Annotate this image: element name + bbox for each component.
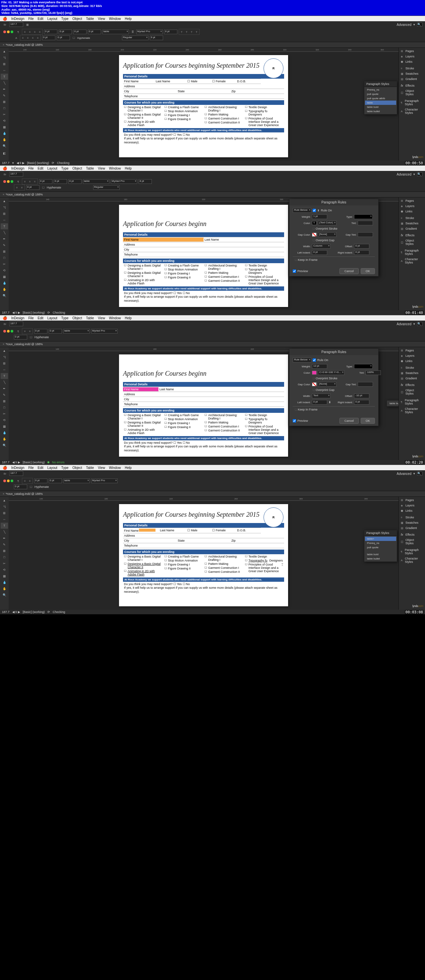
rule-position-select[interactable]: Rule Below (293, 208, 311, 213)
weight-input[interactable]: 1 pt (312, 215, 327, 219)
mac-menubar: 🍎 InDesign File Edit Layout Type Object … (0, 16, 425, 21)
line-tool[interactable]: ╲ (1, 80, 8, 86)
menu-view[interactable]: View (98, 17, 105, 21)
menu-type[interactable]: Type (61, 17, 69, 21)
font-size[interactable]: 8 pt (164, 30, 178, 34)
leading[interactable]: 9 pt (150, 35, 163, 40)
space-before[interactable]: 0 pt (73, 30, 87, 34)
menu-object[interactable]: Object (73, 17, 82, 21)
zoom-field[interactable]: 187.7 (9, 22, 23, 27)
toolbox: ▲ ◹ ⊞ ↔ T ╲ ✒ ✎ ⊠ □ ✂ ⟲ ▦ 💧 ✋ 🔍 ◧ (0, 48, 9, 161)
rect-frame-tool[interactable]: ⊠ (1, 99, 8, 105)
transform-tool[interactable]: ⟲ (1, 118, 8, 124)
pen-tool[interactable]: ✒ (1, 86, 8, 92)
preview-check[interactable]: Preview (293, 268, 308, 274)
paragraph-styles-panel[interactable]: Paragraph Styles table+ Prereq_ns pull q… (364, 530, 397, 562)
menu-edit[interactable]: Edit (38, 17, 43, 21)
maximize-icon[interactable] (11, 30, 13, 33)
zoom-tool[interactable]: 🔍 (1, 143, 8, 149)
menu-window[interactable]: Window (109, 17, 121, 21)
minimize-icon[interactable] (7, 30, 10, 33)
hyphenate-check[interactable]: Hyphenate (77, 37, 90, 40)
panel-pages[interactable]: ⊞Pages (400, 48, 424, 54)
para-style-select[interactable]: table (102, 30, 129, 34)
font-select[interactable]: Myriad Pro (136, 30, 163, 34)
panel-tab-parastyles[interactable]: Paragraph Styles (364, 81, 397, 87)
gap-swatch[interactable] (312, 233, 317, 237)
color-swatch[interactable] (312, 221, 317, 225)
left-indent-input[interactable]: 0 pt (312, 250, 327, 255)
ok-button[interactable]: OK (361, 268, 375, 274)
panel-links[interactable]: ⬢Links (400, 59, 424, 64)
window-controls (2, 30, 14, 34)
ok-button[interactable]: OK (361, 418, 375, 424)
right-dock: ⊞Pages ◈Layers ⬢Links ≡Stroke ▦Swatches … (398, 48, 425, 161)
rule-on-check[interactable]: ⬆Rule On (312, 209, 332, 212)
workspace-dropdown-icon[interactable]: ▾ (413, 23, 415, 26)
workspace-bar: Br 187.7 ▦ Advanced ▾ 🔍 (0, 21, 425, 28)
page-tool[interactable]: ⊞ (1, 61, 8, 67)
style-item[interactable]: table bold (365, 105, 396, 109)
font-style-select[interactable]: Regular (122, 35, 149, 40)
hand-tool[interactable]: ✋ (1, 137, 8, 143)
style-item[interactable]: Prereq_ns (365, 88, 396, 92)
workspace-label[interactable]: Advanced (397, 23, 411, 27)
offset-input[interactable]: 0 pt (354, 244, 369, 248)
object-styles-icon: ◫ (401, 91, 404, 94)
cancel-button[interactable]: Cancel (339, 268, 359, 274)
style-item[interactable]: pull quote (365, 92, 396, 96)
gradient-tool[interactable]: ▦ (1, 124, 8, 130)
apple-icon[interactable]: 🍎 (3, 17, 7, 21)
type-select[interactable] (354, 215, 373, 219)
indent-left[interactable]: 0 pt (44, 30, 57, 34)
support-banner: At Roux Academy we support students who … (123, 128, 284, 132)
style-item-selected[interactable]: table (365, 100, 396, 105)
view-icon[interactable]: ▦ (25, 22, 30, 27)
pencil-tool[interactable]: ✎ (1, 92, 8, 99)
bridge-icon[interactable]: Br (3, 22, 7, 27)
space-after[interactable]: 0 pt (88, 30, 101, 34)
panel-effects[interactable]: fxEffects (400, 83, 424, 88)
panel-stroke[interactable]: ≡Stroke (400, 66, 424, 71)
document-canvas[interactable]: 140160180200220240260280300320340360 R A… (9, 48, 398, 161)
gap-tool[interactable]: ↔ (1, 67, 8, 73)
menu-table[interactable]: Table (86, 17, 94, 21)
menu-layout[interactable]: Layout (48, 17, 57, 21)
style-item[interactable]: table bullet (365, 109, 396, 113)
selection-tool[interactable]: ▲ (1, 48, 8, 54)
paragraph-styles-panel[interactable]: Paragraph Styles Prereq_ns pull quote pu… (364, 81, 397, 115)
type-tool[interactable]: T (1, 74, 8, 80)
gradient-icon: ▤ (401, 78, 404, 81)
indent-right[interactable]: 0 pt (59, 30, 72, 34)
scissors-tool[interactable]: ✂ (1, 111, 8, 118)
first-name-highlighted: First Name (123, 238, 203, 242)
tab-close-icon[interactable]: × (3, 43, 4, 46)
gap-tint-input[interactable] (358, 232, 373, 237)
panel-swatches[interactable]: ▦Swatches (400, 71, 424, 76)
menu-help[interactable]: Help (125, 17, 132, 21)
direct-select-tool[interactable]: ◹ (1, 55, 8, 61)
panel-gradient[interactable]: ▤Gradient (400, 76, 424, 82)
dialog-paragraph-rules[interactable]: Paragraph Rules Rule BelowRule On Weight… (289, 348, 379, 426)
color-select[interactable]: (Text Color) (318, 221, 336, 225)
panel-para-styles[interactable]: ¶Paragraph Styles (400, 98, 424, 107)
panel-object-styles[interactable]: ◫Object Styles (400, 88, 424, 97)
dialog-paragraph-rules[interactable]: Paragraph Rules Rule Below⬆Rule On Weigh… (289, 199, 379, 277)
cancel-button[interactable]: Cancel (339, 418, 359, 424)
search-field[interactable]: 🔍 (417, 22, 422, 27)
fill-stroke[interactable]: ◧ (1, 150, 8, 157)
tint-input[interactable] (358, 221, 373, 225)
color-swatch-magenta[interactable] (312, 371, 317, 375)
style-item[interactable]: pull quote attrib (365, 96, 396, 100)
width-select[interactable]: Column (312, 244, 330, 248)
rect-tool[interactable]: □ (1, 105, 8, 111)
gap-color-select[interactable]: [None] (318, 232, 336, 237)
close-icon[interactable] (3, 30, 6, 33)
document-tab[interactable]: ×*roux_catalog.indd @ 188% (0, 42, 425, 48)
menu-file[interactable]: File (28, 17, 33, 21)
eyedropper-tool[interactable]: 💧 (1, 130, 8, 137)
panel-layers[interactable]: ◈Layers (400, 54, 424, 59)
right-indent-input[interactable]: 0 pt (354, 250, 369, 255)
paragraph-styles-panel[interactable]: table bullet (387, 400, 398, 407)
panel-char-styles[interactable]: ACharacter Styles (400, 107, 424, 116)
